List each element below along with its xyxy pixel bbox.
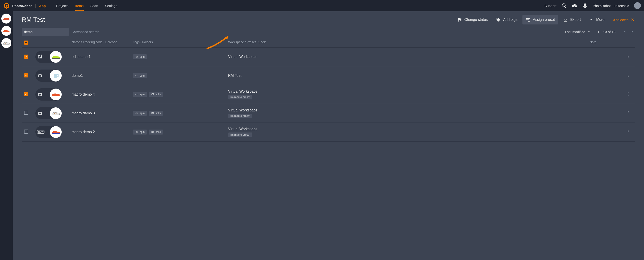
- workspace-name: Virtual Workspace: [228, 89, 257, 94]
- spin-tag[interactable]: spin: [133, 111, 147, 116]
- spin-tag[interactable]: spin: [133, 73, 147, 78]
- top-right: Support PhotoRobot - unitechnic: [544, 2, 641, 9]
- item-name: demo1: [72, 74, 83, 77]
- avatar[interactable]: [634, 2, 641, 9]
- item-name: macro demo 4: [72, 92, 95, 96]
- spin-icon: [135, 93, 138, 96]
- change-status-button[interactable]: Change status: [454, 15, 491, 24]
- camera-icon: [37, 111, 43, 116]
- spin-icon: [135, 130, 138, 134]
- preset-chip[interactable]: rm macro preset: [228, 114, 252, 118]
- stills-icon: [151, 130, 154, 134]
- item-name: macro demo 3: [72, 111, 95, 115]
- col-name[interactable]: Name / Tracking code - Barcode: [70, 38, 130, 47]
- spin-icon: [135, 55, 138, 58]
- row-checkbox[interactable]: [24, 111, 28, 115]
- item-thumb[interactable]: [35, 69, 62, 82]
- nav-links: Projects Items Scan Settings: [56, 1, 117, 11]
- table-row[interactable]: macro demo 4spinstillsVirtual Workspacer…: [22, 85, 635, 104]
- app-label: App: [39, 4, 46, 8]
- nav-items[interactable]: Items: [75, 1, 84, 11]
- advanced-search-link[interactable]: Advanced search: [73, 30, 99, 34]
- stills-icon: [151, 93, 154, 96]
- workspace-name: RM Test: [228, 74, 241, 78]
- col-tags[interactable]: Tags / Folders: [130, 38, 226, 47]
- search-input[interactable]: [24, 30, 67, 34]
- item-name: edit demo 1: [72, 55, 91, 59]
- stills-tag[interactable]: stills: [149, 111, 163, 116]
- username[interactable]: PhotoRobot - unitechnic: [593, 4, 629, 8]
- add-photo-icon: [37, 54, 43, 59]
- spin-icon: [135, 112, 138, 115]
- row-checkbox[interactable]: [24, 55, 28, 59]
- nav-settings[interactable]: Settings: [105, 1, 117, 11]
- spin-tag[interactable]: spin: [133, 54, 147, 59]
- table-row[interactable]: edit demo 1spinVirtual Workspace: [22, 47, 635, 66]
- rail-thumb[interactable]: [1, 38, 11, 48]
- rail-thumb[interactable]: [1, 13, 11, 23]
- download-icon: [563, 17, 568, 22]
- more-button[interactable]: More: [586, 15, 608, 24]
- logo-cluster[interactable]: PhotoRobot | App: [3, 2, 46, 9]
- cloud-sync-icon[interactable]: [572, 3, 577, 8]
- table-row[interactable]: NEWmacro demo 2spinstillsVirtual Workspa…: [22, 123, 635, 141]
- sort-button[interactable]: Last modified: [565, 30, 591, 34]
- item-thumb[interactable]: [35, 107, 62, 119]
- row-menu-icon[interactable]: [626, 129, 630, 134]
- spin-tag[interactable]: spin: [133, 92, 147, 97]
- row-menu-icon[interactable]: [626, 111, 630, 115]
- camera-icon: [37, 73, 43, 78]
- row-checkbox[interactable]: [24, 73, 28, 77]
- table-row[interactable]: macro demo 3spinstillsVirtual Workspacer…: [22, 104, 635, 123]
- more-label: More: [596, 18, 604, 22]
- flag-icon: [457, 17, 462, 22]
- main-content: RM Test Change status Add tags Assign pr…: [13, 11, 644, 260]
- spin-tag[interactable]: spin: [133, 130, 147, 135]
- row-menu-icon[interactable]: [626, 92, 630, 96]
- item-thumb[interactable]: [35, 88, 62, 101]
- add-tags-button[interactable]: Add tags: [493, 15, 521, 24]
- selected-count-label: 3 selected: [613, 18, 628, 22]
- row-menu-icon[interactable]: [626, 54, 630, 59]
- logo-icon: [3, 2, 10, 9]
- preset-chip[interactable]: rm macro preset: [228, 132, 252, 137]
- col-workspace[interactable]: Workspace / Preset / Shelf: [226, 38, 587, 47]
- item-thumb[interactable]: [35, 51, 62, 63]
- tune-icon: [526, 17, 530, 22]
- col-note[interactable]: Note: [587, 38, 624, 47]
- notifications-icon[interactable]: [582, 3, 588, 8]
- top-nav: PhotoRobot | App Projects Items Scan Set…: [0, 0, 644, 11]
- items-table: Name / Tracking code - Barcode Tags / Fo…: [22, 38, 635, 142]
- row-checkbox[interactable]: [24, 92, 28, 96]
- page-prev-icon[interactable]: [622, 29, 627, 34]
- search-box[interactable]: [22, 28, 69, 36]
- workspace-name: Virtual Workspace: [228, 127, 257, 131]
- spin-icon: [135, 74, 138, 77]
- row-checkbox[interactable]: [24, 130, 28, 134]
- row-menu-icon[interactable]: [626, 73, 630, 77]
- brand-name: PhotoRobot: [12, 4, 32, 8]
- page-next-icon[interactable]: [630, 29, 635, 34]
- brand-separator: |: [35, 3, 36, 8]
- search-icon[interactable]: [562, 3, 567, 8]
- nav-projects[interactable]: Projects: [56, 1, 68, 11]
- table-row[interactable]: demo1spinRM Test: [22, 66, 635, 85]
- support-link[interactable]: Support: [544, 4, 556, 8]
- item-thumb[interactable]: NEW: [35, 126, 62, 138]
- assign-preset-label: Assign preset: [533, 18, 555, 22]
- preset-chip[interactable]: rm macro preset: [228, 95, 252, 99]
- tag-icon: [496, 17, 501, 22]
- selected-count[interactable]: 3 selected: [613, 17, 635, 22]
- nav-scan[interactable]: Scan: [90, 1, 98, 11]
- select-all-checkbox[interactable]: [24, 40, 28, 45]
- rail-thumb[interactable]: [1, 26, 11, 36]
- camera-icon: [37, 92, 43, 97]
- new-badge: NEW: [37, 130, 44, 134]
- export-button[interactable]: Export: [560, 15, 584, 24]
- workspace-name: Virtual Workspace: [228, 108, 257, 112]
- stills-tag[interactable]: stills: [149, 130, 163, 135]
- clear-selection-icon[interactable]: [630, 17, 635, 22]
- workspace-name: Virtual Workspace: [228, 55, 257, 59]
- assign-preset-button[interactable]: Assign preset: [522, 15, 558, 24]
- stills-tag[interactable]: stills: [149, 92, 163, 97]
